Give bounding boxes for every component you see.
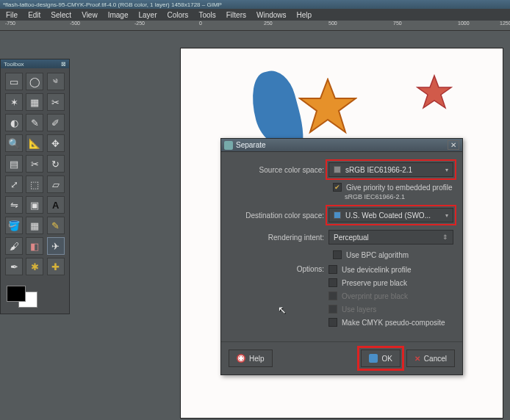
options-label: Options: <box>230 265 324 273</box>
menu-filters[interactable]: Filters <box>222 11 251 19</box>
chevron-down-icon: ▾ <box>445 212 448 219</box>
toolbox-close-icon[interactable]: ⊠ <box>61 61 66 68</box>
ok-button-label: OK <box>381 355 392 363</box>
updown-icon: ⇕ <box>442 233 448 241</box>
dialog-button-bar: Help OK Cancel <box>221 341 462 374</box>
shear-tool-icon[interactable]: ⬚ <box>26 175 43 193</box>
ruler-tick: -250 <box>134 21 145 26</box>
menu-tools[interactable]: Tools <box>194 11 220 19</box>
separate-dialog: Separate ✕ Source color space: sRGB IEC6… <box>220 138 463 375</box>
by-color-select-tool-icon[interactable]: ▦ <box>26 93 43 111</box>
profile-swatch-icon <box>334 166 341 173</box>
preserve-black-label: Preserve pure black <box>342 279 407 287</box>
pseudo-composite-checkbox[interactable] <box>328 318 337 327</box>
pencil-tool-icon[interactable]: ✎ <box>47 217 65 234</box>
bucket-fill-tool-icon[interactable]: 🪣 <box>5 217 23 234</box>
dialog-body: Source color space: sRGB IEC61966-2.1 ▾ … <box>221 152 462 341</box>
menu-select[interactable]: Select <box>46 11 76 19</box>
toolbox-titlebar[interactable]: Toolbox ⊠ <box>1 59 69 68</box>
zoom-tool-icon[interactable]: 🔍 <box>5 134 23 152</box>
rendering-intent-value: Perceptual <box>334 233 369 242</box>
perspective-tool-icon[interactable]: ▱ <box>47 175 65 193</box>
ruler-tick: 250 <box>264 21 273 26</box>
measure-tool-icon[interactable]: 📐 <box>26 134 43 152</box>
cancel-button[interactable]: Cancel <box>406 350 455 367</box>
fuzzy-select-tool-icon[interactable]: ✶ <box>5 93 23 111</box>
chevron-down-icon: ▾ <box>445 167 448 173</box>
menu-file[interactable]: File <box>1 11 22 19</box>
paths-tool-icon[interactable]: ✎ <box>26 114 43 131</box>
profile-swatch-icon <box>334 211 341 219</box>
align-tool-icon[interactable]: ▤ <box>5 155 23 173</box>
devicelink-checkbox[interactable] <box>328 265 337 274</box>
ok-button[interactable]: OK <box>361 350 400 367</box>
tool-grid: ▭ ◯ ༄ ✶ ▦ ✂ ◐ ✎ ✐ 🔍 📐 ✥ ▤ ✂ ↻ ⤢ ⬚ ▱ ⇋ ▣ … <box>1 68 69 280</box>
dest-color-space-label: Destination color space: <box>230 211 324 220</box>
overprint-checkbox <box>328 292 337 300</box>
rect-select-tool-icon[interactable]: ▭ <box>5 73 23 90</box>
preserve-black-checkbox[interactable] <box>328 278 337 287</box>
menu-layer[interactable]: Layer <box>134 11 161 19</box>
eraser-tool-icon[interactable]: ◧ <box>26 237 43 255</box>
priority-sublabel: sRGB IEC61966-2.1 <box>345 193 453 200</box>
pseudo-composite-label: Make CMYK pseudo-composite <box>342 319 445 327</box>
cage-tool-icon[interactable]: ▣ <box>26 196 43 214</box>
svg-marker-1 <box>417 76 451 108</box>
dialog-title-text: Separate <box>236 141 266 149</box>
paintbrush-tool-icon[interactable]: 🖌 <box>5 237 23 255</box>
rendering-intent-label: Rendering intent: <box>230 233 324 242</box>
priority-checkbox[interactable]: ✔ <box>333 183 342 192</box>
rendering-intent-combo[interactable]: Perceptual ⇕ <box>328 230 453 245</box>
svg-marker-0 <box>300 79 356 132</box>
menu-help[interactable]: Help <box>292 11 317 19</box>
ink-tool-icon[interactable]: ✒ <box>5 258 23 275</box>
menu-edit[interactable]: Edit <box>24 11 45 19</box>
heal-tool-icon[interactable]: ✚ <box>47 258 65 275</box>
color-picker-tool-icon[interactable]: ✐ <box>47 114 65 131</box>
ruler-tick: 1250 <box>500 21 510 26</box>
bpc-label: Use BPC algorithm <box>346 251 409 259</box>
menu-image[interactable]: Image <box>104 11 133 19</box>
move-tool-icon[interactable]: ✥ <box>47 134 65 152</box>
menu-view[interactable]: View <box>77 11 102 19</box>
clone-tool-icon[interactable]: ✱ <box>26 258 43 275</box>
flip-tool-icon[interactable]: ⇋ <box>5 196 23 214</box>
source-color-space-combo[interactable]: sRGB IEC61966-2.1 ▾ <box>328 162 453 177</box>
crop-tool-icon[interactable]: ✂ <box>26 155 43 173</box>
color-swatches[interactable] <box>1 280 69 314</box>
window-title: *flash-tattoo-designs-95-CMYK-Proof.tif-… <box>3 1 222 8</box>
dest-color-space-combo[interactable]: U.S. Web Coated (SWO... ▾ <box>328 208 453 222</box>
ruler-tick: -500 <box>70 21 80 26</box>
devicelink-label: Use devicelink profile <box>342 266 412 274</box>
foreground-select-tool-icon[interactable]: ◐ <box>5 114 23 131</box>
overprint-label: Overprint pure black <box>342 292 408 300</box>
ruler-tick: -750 <box>5 21 15 26</box>
uselayers-label: Use layers <box>342 305 376 314</box>
toolbox-panel: Toolbox ⊠ ▭ ◯ ༄ ✶ ▦ ✂ ◐ ✎ ✐ 🔍 📐 ✥ ▤ ✂ ↻ … <box>0 59 70 314</box>
window-titlebar: *flash-tattoo-designs-95-CMYK-Proof.tif-… <box>0 0 510 9</box>
source-color-space-label: Source color space: <box>230 166 324 174</box>
airbrush-tool-icon[interactable]: ✈ <box>47 237 65 255</box>
scale-tool-icon[interactable]: ⤢ <box>5 175 23 193</box>
free-select-tool-icon[interactable]: ༄ <box>47 73 65 90</box>
menu-windows[interactable]: Windows <box>252 11 291 19</box>
ok-icon <box>369 354 378 363</box>
ruler-tick: 500 <box>328 21 337 26</box>
toolbox-title-text: Toolbox <box>4 61 24 68</box>
dest-color-space-value: U.S. Web Coated (SWO... <box>345 211 431 220</box>
dialog-close-button[interactable]: ✕ <box>448 140 459 150</box>
help-button[interactable]: Help <box>229 350 273 367</box>
ellipse-select-tool-icon[interactable]: ◯ <box>26 73 43 90</box>
menu-colors[interactable]: Colors <box>162 11 193 19</box>
dialog-titlebar[interactable]: Separate ✕ <box>221 139 462 152</box>
blend-tool-icon[interactable]: ▦ <box>26 217 43 234</box>
cancel-button-label: Cancel <box>424 355 447 363</box>
help-icon <box>237 354 245 363</box>
bpc-checkbox[interactable] <box>333 250 342 259</box>
scissors-tool-icon[interactable]: ✂ <box>47 93 65 111</box>
menubar: File Edit Select View Image Layer Colors… <box>0 9 510 21</box>
rotate-tool-icon[interactable]: ↻ <box>47 155 65 173</box>
ruler-tick: 1000 <box>458 21 470 26</box>
text-tool-icon[interactable]: A <box>47 196 65 214</box>
foreground-color-swatch[interactable] <box>7 286 26 302</box>
